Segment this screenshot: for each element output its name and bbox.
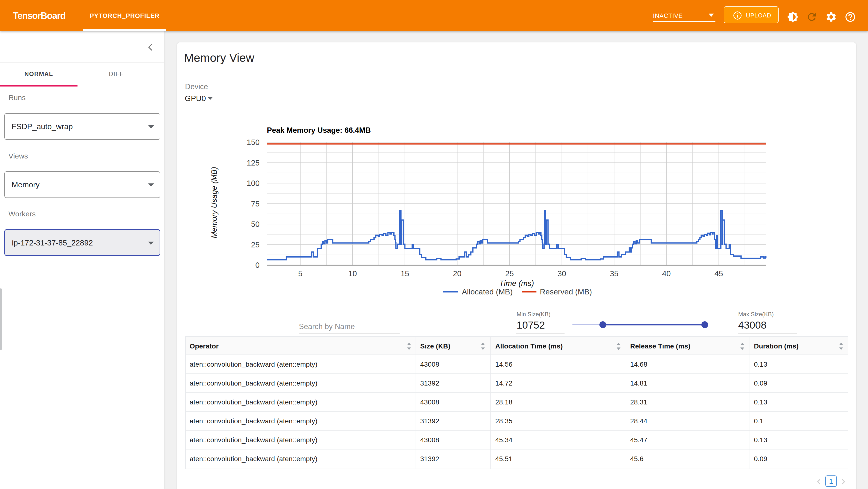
svg-text:35: 35 <box>610 269 619 278</box>
svg-text:30: 30 <box>558 269 566 278</box>
svg-text:75: 75 <box>251 199 259 208</box>
svg-text:25: 25 <box>505 269 514 278</box>
svg-text:100: 100 <box>247 179 259 188</box>
svg-text:Reserved (MB): Reserved (MB) <box>540 287 592 296</box>
svg-text:Peak Memory Usage: 66.4MB: Peak Memory Usage: 66.4MB <box>267 126 371 135</box>
svg-text:5: 5 <box>298 269 303 278</box>
svg-text:0: 0 <box>255 261 259 269</box>
svg-text:45: 45 <box>714 269 723 278</box>
svg-text:125: 125 <box>247 159 259 167</box>
svg-text:50: 50 <box>251 220 259 229</box>
svg-text:20: 20 <box>453 269 462 278</box>
svg-text:25: 25 <box>251 240 259 249</box>
svg-text:10: 10 <box>348 269 357 278</box>
svg-text:15: 15 <box>401 269 409 278</box>
svg-text:40: 40 <box>662 269 671 278</box>
svg-text:Allocated (MB): Allocated (MB) <box>462 287 513 296</box>
svg-text:150: 150 <box>247 138 259 147</box>
svg-text:Time (ms): Time (ms) <box>499 279 534 288</box>
svg-text:Memory Usage (MB): Memory Usage (MB) <box>210 167 218 238</box>
